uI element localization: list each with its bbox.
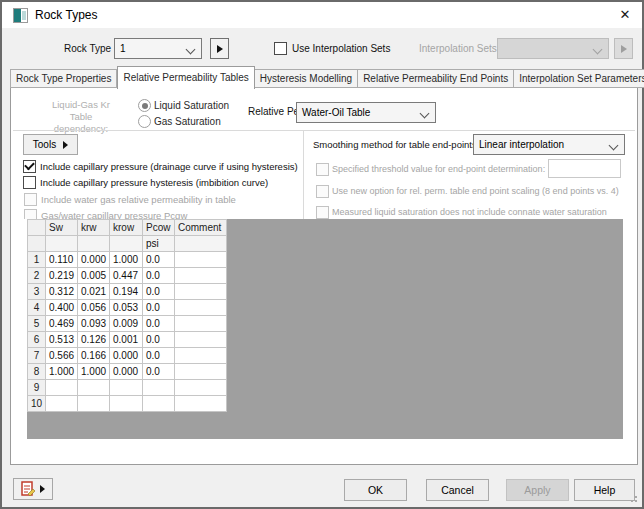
table-row: 9: [28, 380, 227, 396]
grid-cell-comment[interactable]: [175, 268, 227, 284]
grid-cell-sw[interactable]: 0.513: [46, 332, 78, 348]
grid-cell-krw[interactable]: 0.093: [78, 316, 110, 332]
grid-cell-comment[interactable]: [175, 252, 227, 268]
use-interpolation-sets-label[interactable]: Use Interpolation Sets: [292, 43, 390, 54]
grid-cell-krw[interactable]: 1.000: [78, 364, 110, 380]
grid-cell-pcow[interactable]: 0.0: [143, 284, 175, 300]
grid-cell-pcow[interactable]: 0.0: [143, 348, 175, 364]
grid-cell-krow[interactable]: [110, 380, 143, 396]
row-header-cell[interactable]: 4: [28, 300, 46, 316]
tab-relative-permeability-end-points[interactable]: Relative Permeability End Points: [358, 69, 514, 88]
grid-cell-krw[interactable]: 0.056: [78, 300, 110, 316]
cancel-button[interactable]: Cancel: [426, 479, 489, 501]
column-header-krw[interactable]: krw: [78, 220, 110, 236]
end-point-scaling-checkbox: [316, 185, 329, 198]
smoothing-method-combobox[interactable]: Linear interpolation: [473, 134, 625, 155]
grid-cell-pcow[interactable]: [143, 396, 175, 412]
grid-cell-krw[interactable]: 0.000: [78, 252, 110, 268]
arrow-right-icon: [621, 45, 627, 53]
tab-hysteresis-modelling[interactable]: Hysteresis Modelling: [255, 69, 358, 88]
relative-permeability-table-value: Water-Oil Table: [302, 107, 370, 118]
vertical-separator: [303, 130, 304, 219]
grid-cell-krow[interactable]: 0.000: [110, 348, 143, 364]
ok-button[interactable]: OK: [344, 479, 407, 501]
grid-cell-sw[interactable]: 0.469: [46, 316, 78, 332]
table-row: 8 1.000 1.000 0.000 0.0: [28, 364, 227, 380]
grid-cell-comment[interactable]: [175, 396, 227, 412]
row-header-cell[interactable]: 5: [28, 316, 46, 332]
grid-cell-comment[interactable]: [175, 316, 227, 332]
grid-cell-sw[interactable]: 0.110: [46, 252, 78, 268]
grid-cell-pcow[interactable]: 0.0: [143, 364, 175, 380]
smoothing-method-label: Smoothing method for table end-points:: [313, 139, 479, 150]
row-header-cell[interactable]: 10: [28, 396, 46, 412]
grid-cell-pcow[interactable]: [143, 380, 175, 396]
resize-grip[interactable]: [629, 494, 637, 502]
liquid-saturation-radio[interactable]: [138, 99, 151, 112]
grid-cell-krow[interactable]: 0.009: [110, 316, 143, 332]
grid-cell-comment[interactable]: [175, 364, 227, 380]
grid-cell-comment[interactable]: [175, 284, 227, 300]
liquid-saturation-label[interactable]: Liquid Saturation: [154, 100, 229, 111]
grid-cell-krw[interactable]: 0.126: [78, 332, 110, 348]
grid-cell-krw[interactable]: [78, 396, 110, 412]
row-header-cell[interactable]: 3: [28, 284, 46, 300]
include-capillary-pressure-checkbox[interactable]: [23, 160, 36, 173]
grid-cell-krw[interactable]: 0.005: [78, 268, 110, 284]
grid-cell-krow[interactable]: 0.001: [110, 332, 143, 348]
relative-permeability-table-combobox[interactable]: Water-Oil Table: [296, 102, 436, 123]
grid-cell-sw[interactable]: 0.312: [46, 284, 78, 300]
grid-cell-pcow[interactable]: 0.0: [143, 332, 175, 348]
grid-cell-krw[interactable]: 0.021: [78, 284, 110, 300]
row-header-cell[interactable]: 8: [28, 364, 46, 380]
grid-cell-sw[interactable]: 0.219: [46, 268, 78, 284]
capillary-hysteresis-checkbox[interactable]: [23, 176, 36, 189]
grid-cell-krow[interactable]: 0.053: [110, 300, 143, 316]
row-header-cell[interactable]: 9: [28, 380, 46, 396]
grid-cell-krow[interactable]: 0.194: [110, 284, 143, 300]
grid-cell-comment[interactable]: [175, 332, 227, 348]
grid-cell-krw[interactable]: [78, 380, 110, 396]
report-button[interactable]: [13, 478, 53, 500]
column-header-sw[interactable]: Sw: [46, 220, 78, 236]
grid-cell-pcow[interactable]: 0.0: [143, 268, 175, 284]
grid-cell-krow[interactable]: 0.000: [110, 364, 143, 380]
row-header-cell[interactable]: 2: [28, 268, 46, 284]
corner-header-cell[interactable]: [28, 220, 46, 236]
row-header-cell[interactable]: 6: [28, 332, 46, 348]
grid-cell-sw[interactable]: [46, 396, 78, 412]
grid-cell-pcow[interactable]: 0.0: [143, 252, 175, 268]
table-row: 7 0.566 0.166 0.000 0.0: [28, 348, 227, 364]
gas-saturation-label[interactable]: Gas Saturation: [154, 116, 221, 127]
grid-cell-comment[interactable]: [175, 380, 227, 396]
grid-cell-sw[interactable]: 0.400: [46, 300, 78, 316]
help-button[interactable]: Help: [574, 479, 635, 501]
tools-button[interactable]: Tools: [23, 134, 78, 155]
gas-saturation-radio[interactable]: [138, 115, 151, 128]
tab-interpolation-set-parameters[interactable]: Interpolation Set Parameters: [514, 69, 644, 88]
rock-type-combobox[interactable]: 1: [114, 38, 202, 59]
tab-relative-permeability-tables[interactable]: Relative Permeability Tables: [117, 66, 254, 89]
capillary-options-panel: Tools Include capillary pressure (draina…: [11, 130, 303, 219]
grid-header-row: Sw krw krow Pcow Comment: [28, 220, 227, 236]
grid-cell-pcow[interactable]: 0.0: [143, 316, 175, 332]
rock-type-next-button[interactable]: [210, 38, 229, 59]
column-header-pcow[interactable]: Pcow: [143, 220, 175, 236]
grid-cell-sw[interactable]: [46, 380, 78, 396]
row-header-cell[interactable]: 1: [28, 252, 46, 268]
grid-cell-sw[interactable]: 1.000: [46, 364, 78, 380]
grid-cell-sw[interactable]: 0.566: [46, 348, 78, 364]
grid-cell-comment[interactable]: [175, 300, 227, 316]
column-header-comment[interactable]: Comment: [175, 220, 227, 236]
grid-cell-krow[interactable]: 0.447: [110, 268, 143, 284]
row-header-cell[interactable]: 7: [28, 348, 46, 364]
grid-cell-pcow[interactable]: 0.0: [143, 300, 175, 316]
grid-cell-krow[interactable]: [110, 396, 143, 412]
use-interpolation-sets-checkbox[interactable]: [274, 42, 287, 55]
grid-cell-krow[interactable]: 1.000: [110, 252, 143, 268]
grid-cell-comment[interactable]: [175, 348, 227, 364]
tab-rock-type-properties[interactable]: Rock Type Properties: [10, 69, 117, 88]
close-icon[interactable]: ✕: [608, 2, 642, 28]
column-header-krow[interactable]: krow: [110, 220, 143, 236]
grid-cell-krw[interactable]: 0.166: [78, 348, 110, 364]
